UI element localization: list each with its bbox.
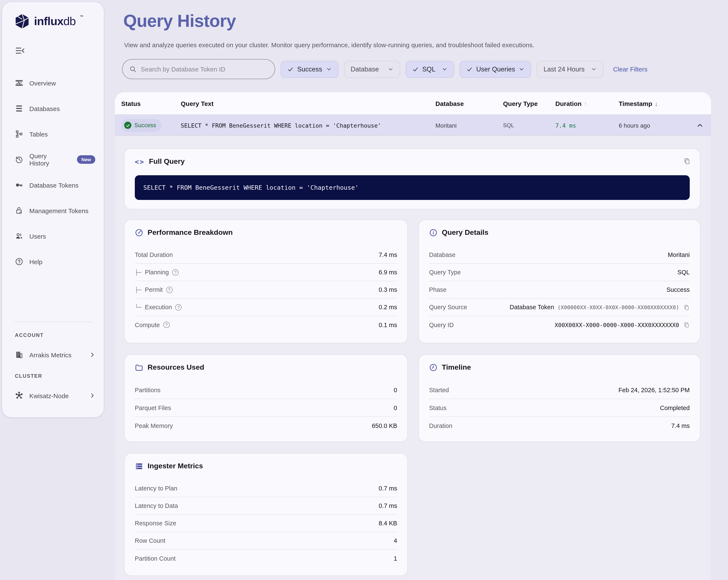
filter-bar: Success Database SQL User Queries Last 2… xyxy=(122,59,647,79)
check-icon xyxy=(287,66,293,72)
help-tooltip-icon[interactable]: ? xyxy=(175,304,182,310)
chevron-right-icon xyxy=(89,352,95,358)
sidebar-item-label: Query History xyxy=(29,152,66,167)
sidebar-item-label: Overview xyxy=(29,79,56,86)
sidebar-collapse-icon[interactable] xyxy=(15,46,25,56)
query-history-icon xyxy=(15,155,23,164)
sidebar-item-databases[interactable]: Databases xyxy=(5,99,100,118)
tables-icon xyxy=(15,130,23,138)
key-icon xyxy=(15,181,23,189)
query-table: Status Query Text Database Query Type Du… xyxy=(115,92,711,580)
detail-row: Database Moritani xyxy=(429,246,690,264)
metric-row: Peak Memory650.0 KB xyxy=(135,417,397,435)
column-header-query-type: Query Type xyxy=(503,92,538,115)
sidebar-item-overview[interactable]: Overview xyxy=(5,74,100,92)
check-icon xyxy=(413,66,418,72)
metric-row: Compute? 0.1 ms xyxy=(135,316,397,333)
server-stack-icon xyxy=(135,462,143,471)
panel-title: Query Details xyxy=(442,228,488,237)
search-box[interactable] xyxy=(122,59,275,79)
new-badge: New xyxy=(77,155,95,164)
timeline-panel: Timeline StartedFeb 24, 2026, 1:52:50 PM… xyxy=(418,354,700,442)
chevron-down-icon xyxy=(326,66,332,72)
chip-label: User Queries xyxy=(476,65,515,73)
influxdb-logo-icon xyxy=(14,13,30,29)
panel-title: Full Query xyxy=(149,157,185,166)
sidebar-item-help[interactable]: Help xyxy=(5,252,100,271)
query-history-page: influxdb ™ Overview Databases xyxy=(0,0,728,580)
token-id: (X00000XX-X0XX-0X0X-0000-XX00XX0XXXX0) xyxy=(557,304,679,310)
sidebar-item-label: Users xyxy=(29,232,46,240)
column-header-timestamp[interactable]: Timestamp↓ xyxy=(619,92,658,115)
sidebar-item-label: Help xyxy=(29,258,43,265)
search-icon xyxy=(129,66,136,73)
clear-filters-link[interactable]: Clear Filters xyxy=(613,66,648,73)
filter-chip-time-range[interactable]: Last 24 Hours xyxy=(537,60,603,78)
panel-title: Ingester Metrics xyxy=(148,462,203,471)
sql-code: SELECT * FROM BeneGesserit WHERE locatio… xyxy=(143,184,359,191)
sidebar-item-database-tokens[interactable]: Database Tokens xyxy=(5,176,100,194)
resources-used-panel: Resources Used Partitions0 Parquet Files… xyxy=(124,354,408,442)
logo-wordmark: influxdb xyxy=(34,13,76,29)
metric-row: └─Execution? 0.2 ms xyxy=(135,299,397,316)
folder-icon xyxy=(135,363,143,372)
expanded-detail-area: <> Full Query SELECT * FROM BeneGesserit… xyxy=(115,136,711,580)
help-tooltip-icon[interactable]: ? xyxy=(166,286,173,293)
metric-row: Row Count4 xyxy=(135,532,397,550)
metric-row: Partition Count1 xyxy=(135,550,397,567)
filter-chip-status[interactable]: Success xyxy=(281,60,338,78)
search-input[interactable] xyxy=(141,66,260,73)
status-badge: Success xyxy=(121,119,162,132)
tree-branch-icon: ├─ xyxy=(135,269,141,275)
metric-row: Partitions0 xyxy=(135,381,397,399)
metric-row: ├─Permit? 0.3 ms xyxy=(135,281,397,299)
sidebar-item-account[interactable]: Arrakis Metrics xyxy=(5,346,100,364)
sidebar-item-cluster[interactable]: Kwisatz-Node xyxy=(5,386,100,405)
panel-title: Timeline xyxy=(442,363,471,372)
sidebar-item-query-history[interactable]: Query History New xyxy=(5,150,100,169)
column-header-status: Status xyxy=(121,92,141,115)
query-details-panel: Query Details Database Moritani Query Ty… xyxy=(418,220,700,343)
copy-token-button[interactable] xyxy=(683,304,690,310)
chip-label: Success xyxy=(297,65,322,73)
status-cell: Success xyxy=(121,115,162,136)
tree-end-icon: └─ xyxy=(135,304,141,310)
sidebar-item-users[interactable]: Users xyxy=(5,227,100,246)
gauge-icon xyxy=(135,228,143,237)
sort-asc-icon: ↑ xyxy=(584,100,587,107)
building-icon xyxy=(15,351,23,359)
users-icon xyxy=(15,232,23,240)
sidebar-item-label: Database Tokens xyxy=(29,181,78,188)
chevron-down-icon xyxy=(591,66,597,72)
metric-row: StartedFeb 24, 2026, 1:52:50 PM xyxy=(429,381,690,399)
sidebar-item-label: Databases xyxy=(29,105,60,112)
copy-query-id-button[interactable] xyxy=(683,322,690,328)
column-header-query-text: Query Text xyxy=(181,92,214,115)
help-tooltip-icon[interactable]: ? xyxy=(163,322,170,328)
performance-breakdown-panel: Performance Breakdown Total Duration 7.4… xyxy=(124,220,408,343)
account-section-label: ACCOUNT xyxy=(15,332,44,338)
sort-desc-icon: ↓ xyxy=(655,100,658,107)
collapse-row-button[interactable] xyxy=(697,115,703,136)
filter-chip-user-queries[interactable]: User Queries xyxy=(460,60,531,78)
column-header-database: Database xyxy=(436,92,464,115)
table-row[interactable]: Success SELECT * FROM BeneGesserit WHERE… xyxy=(115,115,711,136)
column-header-duration[interactable]: Duration↑ xyxy=(555,92,587,115)
chip-label: Last 24 Hours xyxy=(544,65,585,73)
query-text-cell: SELECT * FROM BeneGesserit WHERE locatio… xyxy=(181,115,381,136)
help-tooltip-icon[interactable]: ? xyxy=(172,269,179,275)
sql-code-block: SELECT * FROM BeneGesserit WHERE locatio… xyxy=(135,175,690,200)
sidebar-item-management-tokens[interactable]: Management Tokens xyxy=(5,201,100,220)
sidebar-divider xyxy=(14,322,92,322)
sidebar-item-label: Arrakis Metrics xyxy=(29,351,72,358)
filter-chip-query-type[interactable]: SQL xyxy=(406,60,454,78)
panel-title: Resources Used xyxy=(148,363,204,372)
info-icon xyxy=(429,228,438,237)
sidebar: influxdb ™ Overview Databases xyxy=(2,2,104,417)
sidebar-item-tables[interactable]: Tables xyxy=(5,125,100,143)
detail-row-query-id: Query ID X00X00XX-X000-0000-X000-XXX0XXX… xyxy=(429,316,690,333)
copy-query-button[interactable] xyxy=(683,157,691,165)
metric-row: Latency to Data0.7 ms xyxy=(135,497,397,515)
filter-chip-database[interactable]: Database xyxy=(344,60,400,78)
tree-branch-icon: ├─ xyxy=(135,286,141,293)
